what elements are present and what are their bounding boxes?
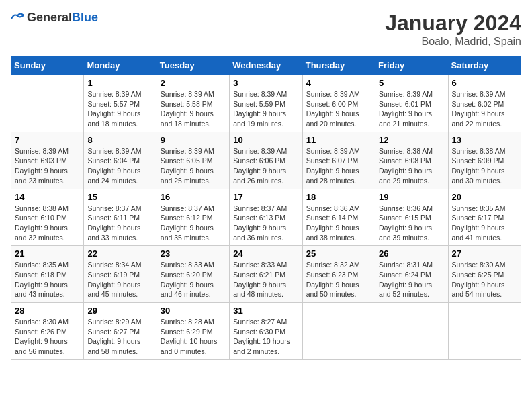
day-info: Sunrise: 8:27 AMSunset: 6:30 PMDaylight:…: [233, 317, 298, 357]
day-info: Sunrise: 8:32 AMSunset: 6:23 PMDaylight:…: [306, 260, 371, 300]
day-info: Sunrise: 8:39 AMSunset: 5:59 PMDaylight:…: [233, 89, 298, 129]
weekday-header-sunday: Sunday: [11, 56, 84, 75]
day-number: 17: [233, 192, 298, 202]
day-info: Sunrise: 8:39 AMSunset: 6:05 PMDaylight:…: [161, 146, 226, 186]
day-info: Sunrise: 8:30 AMSunset: 6:25 PMDaylight:…: [452, 260, 517, 300]
calendar-cell: 24Sunrise: 8:33 AMSunset: 6:21 PMDayligh…: [230, 246, 302, 303]
day-info: Sunrise: 8:37 AMSunset: 6:11 PMDaylight:…: [87, 203, 152, 243]
day-info: Sunrise: 8:35 AMSunset: 6:17 PMDaylight:…: [452, 203, 517, 243]
calendar-cell: 4Sunrise: 8:39 AMSunset: 6:00 PMDaylight…: [302, 75, 375, 132]
day-number: 14: [15, 192, 80, 202]
logo: GeneralBlue: [11, 11, 98, 25]
day-info: Sunrise: 8:39 AMSunset: 6:02 PMDaylight:…: [452, 89, 517, 129]
day-number: 27: [452, 248, 517, 259]
day-number: 31: [233, 306, 298, 316]
calendar-table: SundayMondayTuesdayWednesdayThursdayFrid…: [11, 56, 521, 360]
weekday-header-friday: Friday: [375, 56, 448, 75]
day-number: 7: [15, 135, 80, 145]
weekday-header-row: SundayMondayTuesdayWednesdayThursdayFrid…: [11, 56, 521, 75]
day-info: Sunrise: 8:33 AMSunset: 6:20 PMDaylight:…: [161, 260, 226, 300]
day-info: Sunrise: 8:38 AMSunset: 6:10 PMDaylight:…: [15, 203, 80, 243]
calendar-cell: 15Sunrise: 8:37 AMSunset: 6:11 PMDayligh…: [84, 189, 157, 246]
calendar-cell: 20Sunrise: 8:35 AMSunset: 6:17 PMDayligh…: [448, 189, 521, 246]
day-info: Sunrise: 8:37 AMSunset: 6:12 PMDaylight:…: [161, 203, 226, 243]
calendar-cell: 19Sunrise: 8:36 AMSunset: 6:15 PMDayligh…: [375, 189, 448, 246]
calendar-week-row: 1Sunrise: 8:39 AMSunset: 5:57 PMDaylight…: [11, 75, 521, 132]
day-info: Sunrise: 8:38 AMSunset: 6:08 PMDaylight:…: [379, 146, 444, 186]
weekday-header-monday: Monday: [84, 56, 157, 75]
day-info: Sunrise: 8:39 AMSunset: 6:00 PMDaylight:…: [306, 89, 371, 129]
day-number: 26: [379, 248, 444, 259]
title-area: January 2024 Boalo, Madrid, Spain: [385, 11, 521, 48]
weekday-header-tuesday: Tuesday: [157, 56, 229, 75]
day-number: 10: [233, 135, 298, 145]
calendar-cell: 31Sunrise: 8:27 AMSunset: 6:30 PMDayligh…: [230, 303, 302, 360]
weekday-header-saturday: Saturday: [448, 56, 521, 75]
day-info: Sunrise: 8:31 AMSunset: 6:24 PMDaylight:…: [379, 260, 444, 300]
day-number: 16: [161, 192, 226, 202]
weekday-header-wednesday: Wednesday: [230, 56, 302, 75]
calendar-cell: 17Sunrise: 8:37 AMSunset: 6:13 PMDayligh…: [230, 189, 302, 246]
calendar-cell: 18Sunrise: 8:36 AMSunset: 6:14 PMDayligh…: [302, 189, 375, 246]
calendar-cell: 5Sunrise: 8:39 AMSunset: 6:01 PMDaylight…: [375, 75, 448, 132]
day-info: Sunrise: 8:36 AMSunset: 6:14 PMDaylight:…: [306, 203, 371, 243]
day-number: 30: [161, 306, 226, 316]
calendar-cell: [448, 303, 521, 360]
day-info: Sunrise: 8:39 AMSunset: 6:01 PMDaylight:…: [379, 89, 444, 129]
calendar-cell: 7Sunrise: 8:39 AMSunset: 6:03 PMDaylight…: [11, 132, 84, 189]
day-number: 21: [15, 248, 80, 259]
calendar-cell: 10Sunrise: 8:39 AMSunset: 6:06 PMDayligh…: [230, 132, 302, 189]
month-title: January 2024: [385, 11, 521, 36]
day-info: Sunrise: 8:37 AMSunset: 6:13 PMDaylight:…: [233, 203, 298, 243]
calendar-cell: 12Sunrise: 8:38 AMSunset: 6:08 PMDayligh…: [375, 132, 448, 189]
day-number: 28: [15, 306, 80, 316]
calendar-week-row: 14Sunrise: 8:38 AMSunset: 6:10 PMDayligh…: [11, 189, 521, 246]
day-number: 9: [161, 135, 226, 145]
day-number: 6: [452, 78, 517, 88]
day-number: 13: [452, 135, 517, 145]
calendar-cell: 29Sunrise: 8:29 AMSunset: 6:27 PMDayligh…: [84, 303, 157, 360]
day-info: Sunrise: 8:39 AMSunset: 6:03 PMDaylight:…: [15, 146, 80, 186]
day-info: Sunrise: 8:38 AMSunset: 6:09 PMDaylight:…: [452, 146, 517, 186]
day-info: Sunrise: 8:28 AMSunset: 6:29 PMDaylight:…: [161, 317, 226, 357]
logo-text-general: General: [27, 11, 72, 24]
day-info: Sunrise: 8:39 AMSunset: 6:04 PMDaylight:…: [87, 146, 152, 186]
day-info: Sunrise: 8:39 AMSunset: 5:57 PMDaylight:…: [87, 89, 152, 129]
day-number: 15: [87, 192, 152, 202]
calendar-cell: 8Sunrise: 8:39 AMSunset: 6:04 PMDaylight…: [84, 132, 157, 189]
calendar-cell: [302, 303, 375, 360]
calendar-cell: [11, 75, 84, 132]
day-info: Sunrise: 8:39 AMSunset: 5:58 PMDaylight:…: [161, 89, 226, 129]
calendar-cell: 22Sunrise: 8:34 AMSunset: 6:19 PMDayligh…: [84, 246, 157, 303]
calendar-cell: 28Sunrise: 8:30 AMSunset: 6:26 PMDayligh…: [11, 303, 84, 360]
day-info: Sunrise: 8:30 AMSunset: 6:26 PMDaylight:…: [15, 317, 80, 357]
day-info: Sunrise: 8:29 AMSunset: 6:27 PMDaylight:…: [87, 317, 152, 357]
day-number: 3: [233, 78, 298, 88]
calendar-cell: 13Sunrise: 8:38 AMSunset: 6:09 PMDayligh…: [448, 132, 521, 189]
day-number: 29: [87, 306, 152, 316]
calendar-week-row: 7Sunrise: 8:39 AMSunset: 6:03 PMDaylight…: [11, 132, 521, 189]
calendar-cell: 9Sunrise: 8:39 AMSunset: 6:05 PMDaylight…: [157, 132, 229, 189]
calendar-cell: 3Sunrise: 8:39 AMSunset: 5:59 PMDaylight…: [230, 75, 302, 132]
header: GeneralBlue January 2024 Boalo, Madrid, …: [11, 11, 521, 48]
calendar-cell: 1Sunrise: 8:39 AMSunset: 5:57 PMDaylight…: [84, 75, 157, 132]
location-title: Boalo, Madrid, Spain: [385, 36, 521, 48]
calendar-cell: 30Sunrise: 8:28 AMSunset: 6:29 PMDayligh…: [157, 303, 229, 360]
day-number: 11: [306, 135, 371, 145]
day-number: 1: [87, 78, 152, 88]
day-info: Sunrise: 8:39 AMSunset: 6:07 PMDaylight:…: [306, 146, 371, 186]
day-number: 2: [161, 78, 226, 88]
day-number: 23: [161, 248, 226, 259]
weekday-header-thursday: Thursday: [302, 56, 375, 75]
day-info: Sunrise: 8:39 AMSunset: 6:06 PMDaylight:…: [233, 146, 298, 186]
day-number: 20: [452, 192, 517, 202]
day-number: 22: [87, 248, 152, 259]
day-number: 5: [379, 78, 444, 88]
calendar-cell: [375, 303, 448, 360]
day-number: 8: [87, 135, 152, 145]
day-number: 24: [233, 248, 298, 259]
calendar-cell: 16Sunrise: 8:37 AMSunset: 6:12 PMDayligh…: [157, 189, 229, 246]
calendar-cell: 6Sunrise: 8:39 AMSunset: 6:02 PMDaylight…: [448, 75, 521, 132]
day-number: 4: [306, 78, 371, 88]
day-number: 18: [306, 192, 371, 202]
